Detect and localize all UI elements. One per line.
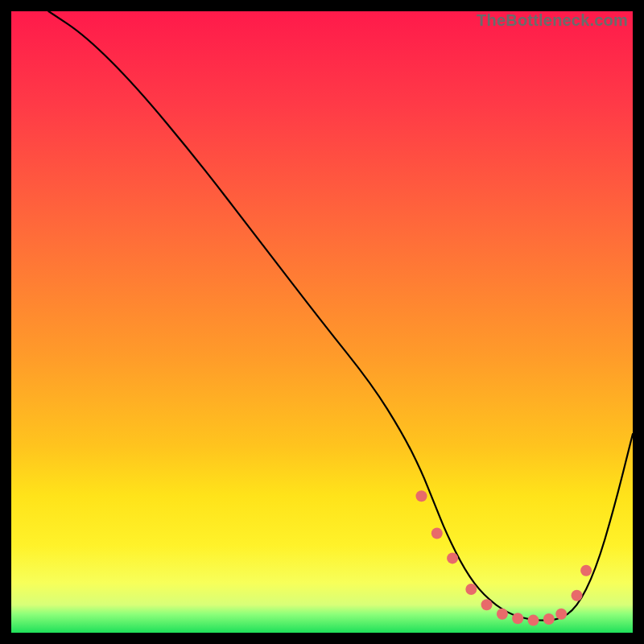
marker-point [555, 609, 567, 620]
bottleneck-curve [48, 11, 633, 621]
chart-frame: TheBottleneck.com [0, 0, 644, 644]
curve-markers [416, 490, 592, 625]
plot-area: TheBottleneck.com [11, 11, 633, 633]
marker-point [512, 613, 523, 624]
marker-point [528, 615, 539, 626]
marker-point [431, 528, 443, 539]
marker-point [481, 599, 493, 610]
marker-point [543, 613, 555, 625]
marker-point [416, 490, 427, 502]
marker-point [497, 609, 508, 620]
marker-point [447, 552, 458, 564]
marker-point [572, 590, 583, 601]
curve-layer [11, 11, 633, 633]
marker-point [580, 565, 592, 576]
marker-point [465, 584, 477, 595]
